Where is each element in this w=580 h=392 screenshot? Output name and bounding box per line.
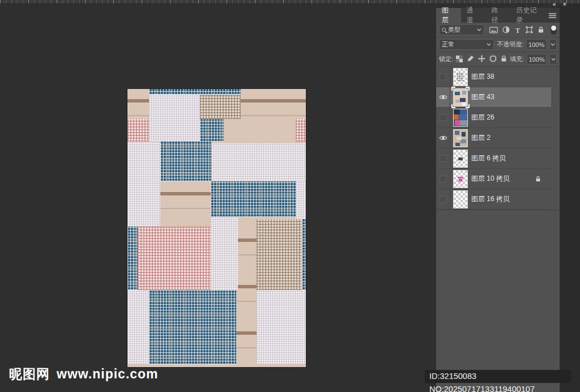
panel-menu-icon[interactable] xyxy=(549,13,556,18)
tab-history[interactable]: 历史记录 xyxy=(510,8,549,23)
tab-layers[interactable]: 图层 xyxy=(436,8,461,23)
layer-thumbnail[interactable] xyxy=(454,171,467,188)
visibility-off-box[interactable] xyxy=(436,67,450,87)
fabric-patch-pink xyxy=(296,119,306,142)
layer-list: 图层 38图层 43图层 26图层 2图层 6 拷贝图层 10 拷贝图层 16 … xyxy=(436,67,560,210)
fabric-patch-white xyxy=(296,181,306,219)
layer-row[interactable]: 图层 26 xyxy=(436,108,551,128)
tab-paths[interactable]: 路径 xyxy=(486,8,511,23)
watermark: 昵图网 www.nipic.com xyxy=(9,365,159,383)
fabric-patch-white xyxy=(211,143,306,181)
layer-row[interactable]: 图层 38 xyxy=(436,67,551,87)
panel-dock-background xyxy=(560,4,580,392)
visibility-empty-box xyxy=(440,176,446,182)
horizontal-ruler xyxy=(0,0,580,4)
visibility-eye-icon[interactable] xyxy=(436,87,450,107)
fabric-patch-teal xyxy=(149,290,236,364)
chevron-down-icon xyxy=(487,43,491,46)
lock-all-icon[interactable] xyxy=(501,55,507,63)
fill-input[interactable]: 100% xyxy=(527,54,547,65)
chevron-down-icon xyxy=(477,28,481,31)
opacity-input[interactable]: 100% xyxy=(526,39,546,50)
lock-transparent-icon[interactable] xyxy=(456,56,463,63)
filter-type-select[interactable]: 类型 xyxy=(439,24,484,35)
filter-kind-icons: T xyxy=(489,26,544,33)
layer-thumbnail[interactable] xyxy=(454,130,467,147)
layer-thumbnail[interactable] xyxy=(454,191,467,208)
fabric-patch-brown xyxy=(257,219,302,290)
fabric-patch-white xyxy=(149,95,202,142)
fabric-patch-white xyxy=(211,217,238,290)
layer-name[interactable]: 图层 26 xyxy=(471,113,494,122)
layer-name[interactable]: 图层 38 xyxy=(471,72,494,82)
adjustment-filter-icon[interactable] xyxy=(502,26,510,33)
filter-type-value: 类型 xyxy=(448,25,460,34)
fabric-patch-white xyxy=(127,290,149,364)
layer-thumbnail[interactable] xyxy=(454,69,467,86)
opacity-dropdown-button[interactable] xyxy=(549,39,557,50)
lock-label: 锁定: xyxy=(439,55,453,63)
visibility-off-box[interactable] xyxy=(436,148,450,168)
opacity-label: 不透明度: xyxy=(497,40,523,49)
watermark-site-url: www.nipic.com xyxy=(57,367,159,382)
fabric-patch-pink xyxy=(127,119,149,142)
fill-label: 填充: xyxy=(510,55,524,63)
fabric-patch-teal xyxy=(127,227,138,290)
visibility-empty-box xyxy=(440,74,446,80)
close-panel-icon[interactable]: × xyxy=(563,1,566,7)
visibility-empty-box xyxy=(440,196,446,203)
fabric-patch-brown xyxy=(200,95,241,119)
fabric-patch-tealband xyxy=(149,89,241,95)
panel-tab-bar: 图层 通道 路径 历史记录 xyxy=(436,8,560,23)
fabric-patch-teal xyxy=(160,142,211,181)
layer-lock-icon xyxy=(535,176,541,182)
lock-move-icon[interactable] xyxy=(478,55,485,63)
layer-thumbnail[interactable] xyxy=(454,150,467,167)
fabric-patch-white xyxy=(127,142,160,227)
layer-name[interactable]: 图层 16 拷贝 xyxy=(471,194,510,204)
fabric-patch-pink xyxy=(138,227,211,290)
visibility-off-box[interactable] xyxy=(436,189,450,209)
lock-artboard-icon[interactable] xyxy=(489,55,497,63)
layer-row[interactable]: 图层 2 xyxy=(436,128,551,148)
canvas-document[interactable] xyxy=(127,89,306,367)
layer-name[interactable]: 图层 2 xyxy=(471,133,491,143)
collapse-panels-icon[interactable]: « xyxy=(552,1,556,7)
lock-row: 锁定: 填充: 100% xyxy=(436,52,560,67)
blend-mode-value: 正常 xyxy=(442,40,454,49)
layer-name[interactable]: 图层 10 拷贝 xyxy=(471,174,510,184)
layer-thumbnail[interactable] xyxy=(454,109,467,126)
image-id-bar: ID:32150083 NO:20250717133119400107 xyxy=(425,370,571,383)
shape-filter-icon[interactable] xyxy=(526,26,533,33)
filter-toggle[interactable] xyxy=(551,25,557,35)
visibility-empty-box xyxy=(440,155,446,162)
blend-row: 正常 不透明度: 100% xyxy=(436,37,560,52)
blend-mode-select[interactable]: 正常 xyxy=(439,39,494,50)
layer-name[interactable]: 图层 6 拷贝 xyxy=(471,154,506,163)
layer-thumbnail[interactable] xyxy=(454,89,467,106)
smart-object-filter-icon[interactable] xyxy=(538,26,544,33)
search-icon xyxy=(442,28,446,32)
text-filter-icon[interactable]: T xyxy=(514,27,521,33)
fabric-patch-teal xyxy=(302,219,306,290)
fabric-patch-teal xyxy=(211,181,296,217)
svg-text:T: T xyxy=(515,27,520,33)
tab-channels[interactable]: 通道 xyxy=(461,8,486,23)
fill-dropdown-button[interactable] xyxy=(549,54,557,65)
visibility-off-box[interactable] xyxy=(436,169,450,189)
layer-row[interactable]: 图层 16 拷贝 xyxy=(436,189,551,210)
layer-row[interactable]: 图层 43 xyxy=(436,87,551,108)
lock-paint-icon[interactable] xyxy=(467,55,474,63)
fabric-patch-teal xyxy=(200,119,224,142)
image-filter-icon[interactable] xyxy=(489,27,498,33)
layer-row[interactable]: 图层 10 拷贝 xyxy=(436,169,551,189)
fabric-patch-white xyxy=(257,290,306,364)
lock-icons xyxy=(456,55,507,63)
layer-name[interactable]: 图层 43 xyxy=(471,92,494,102)
layer-row[interactable]: 图层 6 拷贝 xyxy=(436,148,551,169)
visibility-eye-icon[interactable] xyxy=(436,128,450,148)
watermark-site-name: 昵图网 xyxy=(9,365,50,383)
visibility-off-box[interactable] xyxy=(436,108,450,127)
visibility-empty-box xyxy=(440,114,446,121)
layers-panel: 图层 通道 路径 历史记录 类型 T xyxy=(436,8,560,392)
